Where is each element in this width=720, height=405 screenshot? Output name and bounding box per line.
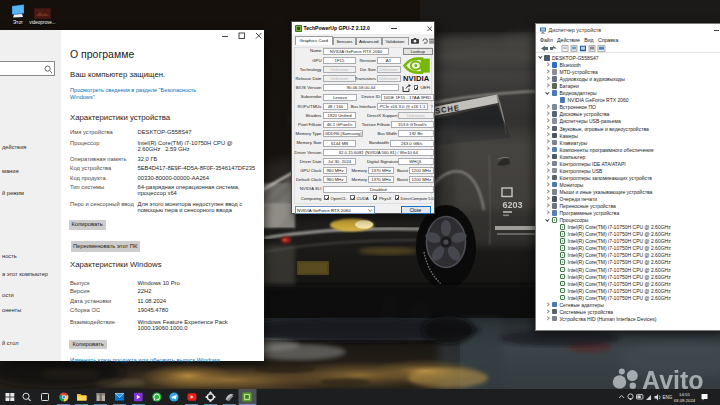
svg-text:6203: 6203 <box>503 200 523 210</box>
svg-text:14:55: 14:55 <box>679 392 690 397</box>
svg-text:NVIDIA: NVIDIA <box>403 74 430 82</box>
svg-text:03.09.2024: 03.09.2024 <box>674 398 696 403</box>
svg-text:ENG: ENG <box>663 395 673 400</box>
